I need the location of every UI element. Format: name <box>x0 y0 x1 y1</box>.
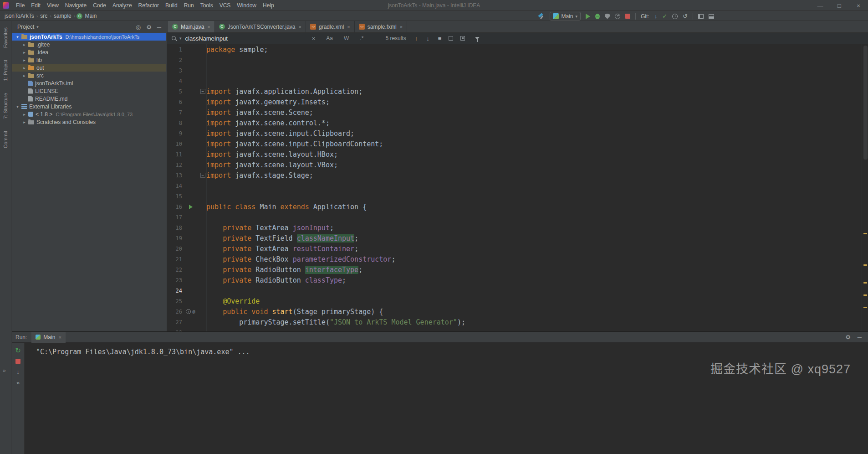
tree-item-lib[interactable]: ▸lib <box>12 56 166 64</box>
tool-strip-label--project[interactable]: 1: Project <box>3 60 8 81</box>
menu-item-vcs[interactable]: VCS <box>216 2 234 9</box>
search-result-mark[interactable] <box>863 307 867 308</box>
coverage-icon[interactable] <box>605 14 610 19</box>
menu-item-build[interactable]: Build <box>162 2 181 9</box>
fold-marker-icon[interactable]: − <box>200 89 205 94</box>
code-line[interactable]: 18 private TextArea jsonInput; <box>167 222 868 233</box>
layout-grid-icon[interactable] <box>698 14 704 19</box>
match-case-toggle[interactable]: Aa <box>326 35 333 41</box>
code-line[interactable]: 22 private RadioButton interfaceType; <box>167 264 868 275</box>
code-line[interactable]: 14 <box>167 181 868 191</box>
menu-item-window[interactable]: Window <box>234 2 260 9</box>
expand-arrow-icon[interactable]: ▸ <box>21 120 27 124</box>
search-result-mark[interactable] <box>863 282 867 284</box>
code-line[interactable]: 8import javafx.scene.control.*; <box>167 118 868 128</box>
rerun-icon[interactable]: ↻ <box>15 347 21 354</box>
tree-root-row[interactable]: ▾jsonToArkTsD:\hmsshizhandemo\jsonToArkT… <box>12 33 166 41</box>
code-line[interactable]: 12import javafx.scene.layout.VBox; <box>167 160 868 170</box>
run-tab[interactable]: Main × <box>31 332 65 343</box>
breadcrumb-item[interactable]: Main <box>84 13 97 19</box>
tool-strip-label-favorites[interactable]: Favorites <box>3 27 8 48</box>
code-line[interactable]: 7import javafx.scene.Scene; <box>167 107 868 118</box>
close-button[interactable]: × <box>849 0 868 11</box>
next-occurrence-icon[interactable]: ↓ <box>426 35 429 42</box>
clear-search-icon[interactable]: × <box>312 35 316 42</box>
tree-item-readme-md[interactable]: README.md <box>12 95 166 103</box>
gear-icon[interactable]: ⚙ <box>845 334 851 340</box>
tree-item-src[interactable]: ▸src <box>12 72 166 79</box>
breadcrumb-item[interactable]: sample <box>53 13 72 19</box>
code-line[interactable]: 2 <box>167 55 868 65</box>
code-line[interactable]: 26↑@ public void start(Stage primaryStag… <box>167 306 868 317</box>
search-result-mark[interactable] <box>863 294 867 296</box>
tree-item--1-8-[interactable]: ▸< 1.8 >C:\Program Files\Java\jdk1.8.0_7… <box>12 110 166 118</box>
editor-tab-jsontoarktsconverter-java[interactable]: CJsonToArkTSConverter.java× <box>215 21 306 32</box>
override-marker-icon[interactable]: ↑@ <box>186 309 195 314</box>
editor-tab-sample-fxml[interactable]: <>sample.fxml× <box>355 21 407 32</box>
expand-arrow-icon[interactable]: ▸ <box>21 112 27 117</box>
minimize-button[interactable]: — <box>811 0 830 11</box>
run-configuration-selector[interactable]: Main▾ <box>550 12 581 21</box>
tree-item-out[interactable]: ▸out <box>12 64 166 72</box>
tree-item--gitee[interactable]: ▸.gitee <box>12 41 166 48</box>
chevron-down-icon[interactable]: ▾ <box>36 25 39 29</box>
breadcrumb-item[interactable]: jsonToArkTs <box>4 13 35 19</box>
tree-item-scratches-and-consoles[interactable]: ▸Scratches and Consoles <box>12 118 166 126</box>
menu-item-view[interactable]: View <box>44 2 62 9</box>
regex-toggle[interactable]: .* <box>360 35 363 41</box>
code-line[interactable]: 4 <box>167 76 868 86</box>
close-tab-icon[interactable]: × <box>347 24 350 30</box>
breadcrumb-item[interactable]: src <box>39 13 48 19</box>
menu-item-edit[interactable]: Edit <box>28 2 44 9</box>
run-line-icon[interactable] <box>189 205 193 209</box>
maximize-button[interactable]: □ <box>830 0 849 11</box>
close-tab-icon[interactable]: × <box>207 24 210 30</box>
code-line[interactable]: 11import javafx.scene.layout.HBox; <box>167 149 868 160</box>
search-result-mark[interactable] <box>863 233 867 234</box>
code-line[interactable]: 17 <box>167 212 868 222</box>
menu-item-run[interactable]: Run <box>181 2 197 9</box>
tool-strip-label--structure[interactable]: 7: Structure <box>3 93 8 119</box>
code-line[interactable]: 23 private RadioButton classType; <box>167 275 868 285</box>
menu-item-help[interactable]: Help <box>260 2 277 9</box>
code-line[interactable]: 3 <box>167 65 868 76</box>
code-line[interactable]: 10import javafx.scene.input.ClipboardCon… <box>167 139 868 149</box>
menu-item-navigate[interactable]: Navigate <box>62 2 90 9</box>
locate-file-icon[interactable]: ◎ <box>136 24 141 30</box>
stop-run-icon[interactable] <box>15 359 20 364</box>
select-all-occurrences-icon[interactable]: ≡ <box>438 35 442 42</box>
stop-icon[interactable] <box>625 14 630 19</box>
code-line[interactable]: 24 <box>167 285 868 296</box>
whole-words-toggle[interactable]: W <box>344 35 349 41</box>
expand-arrow-icon[interactable]: ▾ <box>15 35 20 39</box>
code-line[interactable]: 15 <box>167 191 868 201</box>
editor-tab-main-java[interactable]: CMain.java× <box>168 21 215 32</box>
menu-item-tools[interactable]: Tools <box>197 2 216 9</box>
tool-strip-label-commit[interactable]: Commit <box>3 131 8 148</box>
debug-icon[interactable] <box>595 14 600 19</box>
project-title[interactable]: Project <box>17 24 34 30</box>
tree-item-license[interactable]: LICENSE <box>12 87 166 95</box>
code-line[interactable]: 13−import javafx.stage.Stage; <box>167 170 868 181</box>
tree-item-jsontoarkts-iml[interactable]: jsonToArkTs.iml <box>12 79 166 87</box>
code-line[interactable]: 28 <box>167 327 868 331</box>
hide-icon[interactable]: ─ <box>858 334 862 340</box>
open-results-in-window-icon[interactable] <box>449 36 453 41</box>
previous-occurrence-icon[interactable]: ↑ <box>415 35 418 42</box>
code-line[interactable]: 25 @Override <box>167 296 868 306</box>
find-options-icon[interactable] <box>460 36 465 41</box>
tree-item-external-libraries[interactable]: ▾External Libraries <box>12 103 166 110</box>
git-commit-icon[interactable]: ✓ <box>662 13 667 19</box>
build-hammer-icon[interactable] <box>538 13 545 20</box>
run-icon[interactable] <box>586 14 590 19</box>
expand-arrow-icon[interactable]: ▸ <box>21 50 27 55</box>
menu-item-file[interactable]: File <box>13 2 28 9</box>
hide-icon[interactable]: ─ <box>157 24 161 30</box>
code-line[interactable]: 21 private CheckBox parameterizedConstru… <box>167 254 868 264</box>
code-line[interactable]: 5−import javafx.application.Application; <box>167 86 868 97</box>
expand-arrow-icon[interactable]: ▸ <box>21 66 27 70</box>
filter-search-results-icon[interactable] <box>475 37 480 40</box>
hide-windows-icon[interactable] <box>709 14 714 19</box>
tree-item--idea[interactable]: ▸.idea <box>12 48 166 56</box>
scrollbar-thumb[interactable] <box>863 46 868 160</box>
